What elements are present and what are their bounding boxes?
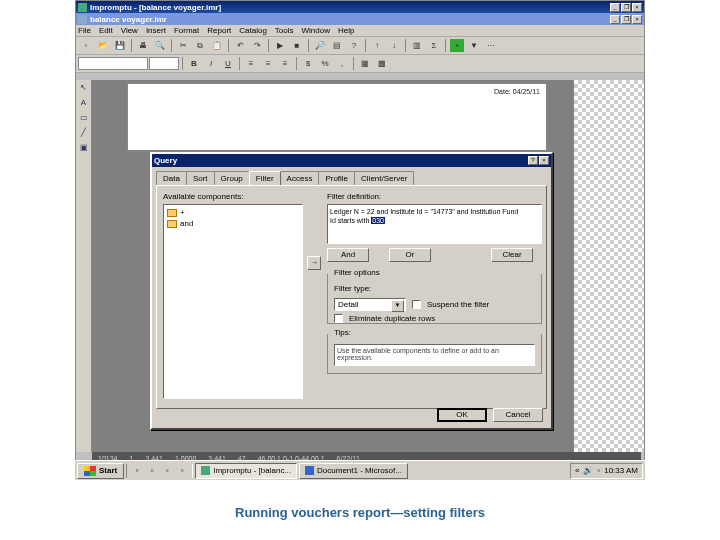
ql-icon[interactable]: ▫	[160, 464, 174, 478]
italic-icon[interactable]: I	[203, 56, 219, 71]
and-button[interactable]: And	[327, 248, 369, 262]
tray-icon[interactable]: «	[575, 466, 579, 475]
dialog-close-button[interactable]: ×	[539, 156, 549, 165]
tips-group: Use the available components to define o…	[327, 334, 542, 374]
mdi-close-button[interactable]: ×	[632, 15, 642, 24]
cancel-button[interactable]: Cancel	[493, 408, 543, 422]
menu-window[interactable]: Window	[302, 26, 330, 35]
menu-edit[interactable]: Edit	[99, 26, 113, 35]
filter-type-combo[interactable]: Detail	[334, 298, 406, 311]
align-center-icon[interactable]: ≡	[260, 56, 276, 71]
cut-icon[interactable]: ✂	[175, 38, 191, 53]
ql-icon[interactable]: ▫	[145, 464, 159, 478]
filter-icon[interactable]: ▼	[466, 38, 482, 53]
report-date: Date: 04/25/11	[494, 88, 540, 95]
dialog-help-button[interactable]: ?	[528, 156, 538, 165]
menu-view[interactable]: View	[121, 26, 138, 35]
ql-icon[interactable]: ▫	[130, 464, 144, 478]
minimize-button[interactable]: _	[610, 3, 620, 12]
text-tool-icon[interactable]: A	[77, 96, 91, 110]
redo-icon[interactable]: ↷	[249, 38, 265, 53]
menu-report[interactable]: Report	[207, 26, 231, 35]
print-icon[interactable]: 🖶	[135, 38, 151, 53]
filterdef-label: Filter definition:	[327, 192, 381, 201]
task-label: Impromptu - [balanc...	[213, 466, 291, 475]
font-combo[interactable]	[78, 57, 148, 70]
taskbar-task[interactable]: Document1 - Microsof...	[299, 463, 408, 479]
align-left-icon[interactable]: ≡	[243, 56, 259, 71]
menu-file[interactable]: File	[78, 26, 91, 35]
taskbar-task[interactable]: Impromptu - [balanc...	[195, 463, 297, 479]
tab-profile[interactable]: Profile	[318, 171, 355, 185]
chart-icon[interactable]: ▥	[409, 38, 425, 53]
query-icon[interactable]: ?	[346, 38, 362, 53]
checker-background	[574, 80, 644, 452]
tab-group[interactable]: Group	[214, 171, 250, 185]
line-tool-icon[interactable]: ╱	[77, 126, 91, 140]
open-icon[interactable]: 📂	[95, 38, 111, 53]
ql-icon[interactable]: ▫	[175, 464, 189, 478]
toolbar-1: ▫ 📂 💾 🖶 🔍 ✂ ⧉ 📋 ↶ ↷ ▶ ■ 🔎 ▤ ? ↑ ↓ ▥ Σ + …	[76, 37, 644, 55]
size-combo[interactable]	[149, 57, 179, 70]
stop-icon[interactable]: ■	[289, 38, 305, 53]
copy-icon[interactable]: ⧉	[192, 38, 208, 53]
suspend-checkbox[interactable]	[412, 300, 421, 309]
underline-icon[interactable]: U	[220, 56, 236, 71]
more-icon[interactable]: ⋯	[483, 38, 499, 53]
mdi-minimize-button[interactable]: _	[610, 15, 620, 24]
filter-options-group: Filter type: Detail Suspend the filter E…	[327, 274, 542, 324]
menu-format[interactable]: Format	[174, 26, 199, 35]
clear-button[interactable]: Clear	[491, 248, 533, 262]
menu-insert[interactable]: Insert	[146, 26, 166, 35]
fill-icon[interactable]: ▩	[374, 56, 390, 71]
preview-icon[interactable]: 🔍	[152, 38, 168, 53]
filter-definition-box[interactable]: Ledger N = 22 and Institute Id = "14773"…	[327, 204, 542, 244]
eliminate-checkbox[interactable]	[334, 314, 343, 323]
tray-icon[interactable]: 🔊	[583, 466, 593, 475]
add-arrow-button[interactable]: →	[307, 256, 321, 270]
start-label: Start	[99, 466, 117, 475]
undo-icon[interactable]: ↶	[232, 38, 248, 53]
ok-button[interactable]: OK	[437, 408, 487, 422]
run-icon[interactable]: ▶	[272, 38, 288, 53]
menu-tools[interactable]: Tools	[275, 26, 294, 35]
sort-asc-icon[interactable]: ↑	[369, 38, 385, 53]
new-icon[interactable]: ▫	[78, 38, 94, 53]
percent-icon[interactable]: %	[317, 56, 333, 71]
paste-icon[interactable]: 📋	[209, 38, 225, 53]
or-button[interactable]: Or	[389, 248, 431, 262]
find-icon[interactable]: 🔎	[312, 38, 328, 53]
dialog-title: Query	[154, 156, 528, 165]
tab-sort[interactable]: Sort	[186, 171, 215, 185]
pointer-icon[interactable]: ↖	[77, 81, 91, 95]
mdi-restore-button[interactable]: ❐	[621, 15, 631, 24]
frame-tool-icon[interactable]: ▭	[77, 111, 91, 125]
align-right-icon[interactable]: ≡	[277, 56, 293, 71]
start-button[interactable]: Start	[77, 463, 124, 479]
sum-icon[interactable]: Σ	[426, 38, 442, 53]
mdi-titlebar: balance voyager.imr _ ❐ ×	[76, 13, 644, 25]
tab-data[interactable]: Data	[156, 171, 187, 185]
doc-icon	[78, 15, 87, 24]
tab-filter[interactable]: Filter	[249, 171, 281, 185]
sort-desc-icon[interactable]: ↓	[386, 38, 402, 53]
tab-access[interactable]: Access	[280, 171, 320, 185]
menu-catalog[interactable]: Catalog	[239, 26, 267, 35]
save-icon[interactable]: 💾	[112, 38, 128, 53]
dialog-titlebar: Query ? ×	[152, 154, 551, 167]
borders-icon[interactable]: ▦	[357, 56, 373, 71]
available-tree[interactable]: + and	[163, 204, 303, 399]
comma-icon[interactable]: ,	[334, 56, 350, 71]
plus-icon[interactable]: +	[449, 38, 465, 53]
restore-button[interactable]: ❐	[621, 3, 631, 12]
image-tool-icon[interactable]: ▣	[77, 141, 91, 155]
combo-value: Detail	[338, 300, 358, 309]
bold-icon[interactable]: B	[186, 56, 202, 71]
figure-caption: Running vouchers report—setting filters	[0, 505, 720, 520]
menu-help[interactable]: Help	[338, 26, 354, 35]
currency-icon[interactable]: $	[300, 56, 316, 71]
close-button[interactable]: ×	[632, 3, 642, 12]
catalog-icon[interactable]: ▤	[329, 38, 345, 53]
tray-icon[interactable]: ▫	[597, 466, 600, 475]
tab-clientserver[interactable]: Client/Server	[354, 171, 414, 185]
